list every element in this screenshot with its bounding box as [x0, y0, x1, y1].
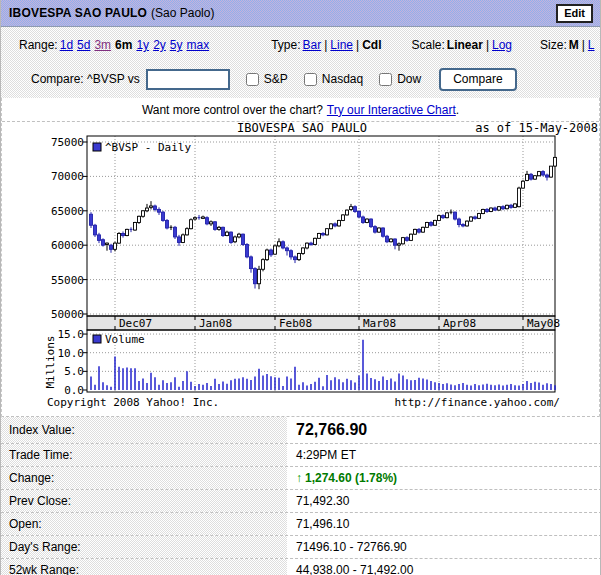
size-option-l[interactable]: L: [588, 38, 595, 52]
quote-row-day-s-range: Day's Range:71496.10 - 72766.90: [1, 536, 601, 559]
quote-table: Index Value:72,766.90Trade Time:4:29PM E…: [1, 417, 601, 575]
svg-text:55000: 55000: [51, 274, 84, 287]
finance-chart-widget: IBOVESPA SAO PAULO (Sao Paolo) Edit Rang…: [0, 0, 601, 575]
quote-value: ↑1,274.60 (1.78%): [287, 471, 601, 485]
volume-legend-swatch: [93, 335, 101, 343]
compare-option-dow: Dow: [379, 72, 421, 86]
svg-text:50000: 50000: [51, 308, 84, 321]
checkbox-label: S&P: [264, 72, 288, 86]
quote-label: Index Value:: [1, 417, 287, 443]
quote-row-52wk-range: 52wk Range:44,938.00 - 71,492.00: [1, 559, 601, 575]
quote-label: 52wk Range:: [1, 559, 287, 575]
quote-row-prev-close: Prev Close:71,492.30: [1, 490, 601, 513]
quote-row-trade-time: Trade Time:4:29PM ET: [1, 444, 601, 467]
chart-as-of: as of 15-May-2008: [475, 122, 598, 135]
compare-symbol-input[interactable]: [146, 69, 230, 90]
change-value: 1,274.60 (1.78%): [305, 471, 397, 485]
svg-text:Feb08: Feb08: [279, 317, 312, 330]
price-volume-chart: IBOVESPA SAO PAULOas of 15-May-200850000…: [2, 122, 601, 416]
type-option-bar[interactable]: Bar: [303, 38, 322, 52]
type-group: Type:Bar|Line|Cdl: [271, 38, 383, 52]
range-option-5d[interactable]: 5d: [77, 38, 90, 52]
svg-text:70000: 70000: [51, 170, 84, 183]
edit-button[interactable]: Edit: [556, 4, 593, 23]
size-group: Size:M|L: [540, 38, 597, 52]
svg-text:10.0: 10.0: [58, 347, 85, 360]
quote-value: 71496.10 - 72766.90: [287, 540, 601, 554]
quote-row-open: Open:71,496.10: [1, 513, 601, 536]
range-option-2y[interactable]: 2y: [153, 38, 166, 52]
page-subtitle: (Sao Paolo): [151, 6, 214, 20]
interactive-chart-banner: Want more control over the chart? Try ou…: [2, 98, 599, 122]
volume-legend-label: Volume: [105, 333, 145, 346]
type-option-cdl: Cdl: [362, 38, 381, 52]
axes: [83, 136, 555, 392]
quote-row-change: Change:↑1,274.60 (1.78%): [1, 467, 601, 490]
svg-text:Dec07: Dec07: [119, 317, 152, 330]
price-legend-swatch: [93, 143, 101, 151]
separator: |: [356, 38, 359, 52]
separator: |: [486, 38, 489, 52]
checkbox-nasdaq[interactable]: [304, 73, 317, 86]
svg-text:May08: May08: [527, 317, 560, 330]
chart-container: Want more control over the chart? Try ou…: [1, 98, 600, 417]
svg-text:Jan08: Jan08: [199, 317, 232, 330]
compare-row: Compare: ^BVSP vs S&PNasdaqDow Compare: [1, 61, 600, 97]
quote-value: 72,766.90: [287, 421, 601, 439]
range-option-1y[interactable]: 1y: [136, 38, 149, 52]
range-option-max[interactable]: max: [187, 38, 210, 52]
chart-title: IBOVESPA SAO PAULO: [237, 122, 367, 135]
quote-label: Prev Close:: [1, 490, 287, 512]
range-option-3m[interactable]: 3m: [94, 38, 111, 52]
chart-url: http://finance.yahoo.com/: [394, 396, 560, 409]
checkbox-label: Nasdaq: [322, 72, 363, 86]
chart-copyright: Copyright 2008 Yahoo! Inc.: [47, 396, 219, 409]
compare-button[interactable]: Compare: [439, 68, 516, 91]
quote-value: 71,492.30: [287, 494, 601, 508]
volume-axis-label: Millions: [44, 336, 57, 389]
volume-bars: [91, 340, 555, 390]
range-option-6m: 6m: [115, 38, 132, 52]
checkbox-label: Dow: [397, 72, 421, 86]
banner-text: Want more control over the chart?: [142, 103, 323, 117]
interactive-chart-link[interactable]: Try our Interactive Chart: [327, 103, 456, 117]
quote-row-index-value: Index Value:72,766.90: [1, 417, 601, 444]
compare-label: Compare: ^BVSP vs: [31, 72, 140, 86]
compare-option-nasdaq: Nasdaq: [304, 72, 363, 86]
chart-text: IBOVESPA SAO PAULOas of 15-May-200850000…: [44, 122, 598, 409]
range-option-1d[interactable]: 1d: [60, 38, 73, 52]
quote-value: 44,938.00 - 71,492.00: [287, 563, 601, 575]
svg-text:60000: 60000: [51, 239, 84, 252]
quote-label: Trade Time:: [1, 444, 287, 466]
type-option-line[interactable]: Line: [330, 38, 353, 52]
range-type-scale-size-row: Range:1d5d3m6m1y2y5ymaxType:Bar|Line|Cdl…: [1, 29, 600, 61]
size-option-m: M: [569, 38, 579, 52]
size-label: Size:: [540, 38, 567, 52]
checkbox-sp[interactable]: [246, 73, 259, 86]
svg-text:5.0: 5.0: [64, 365, 84, 378]
type-label: Type:: [271, 38, 300, 52]
price-legend-label: ^BVSP - Daily: [105, 141, 191, 154]
titlebar: IBOVESPA SAO PAULO (Sao Paolo) Edit: [1, 0, 600, 27]
separator: |: [582, 38, 585, 52]
quote-label: Open:: [1, 513, 287, 535]
up-arrow-icon: ↑: [296, 471, 302, 485]
chart-image-area: IBOVESPA SAO PAULOas of 15-May-200850000…: [2, 122, 599, 416]
range-option-5y[interactable]: 5y: [170, 38, 183, 52]
quote-value: 71,496.10: [287, 517, 601, 531]
scale-option-log[interactable]: Log: [492, 38, 512, 52]
quote-value: 4:29PM ET: [287, 448, 601, 462]
scale-label: Scale:: [412, 38, 445, 52]
separator: |: [324, 38, 327, 52]
scale-group: Scale:Linear|Log: [412, 38, 515, 52]
candles: [90, 157, 557, 289]
svg-text:75000: 75000: [51, 136, 84, 149]
gridlines: [87, 136, 555, 392]
range-group: Range:1d5d3m6m1y2y5ymax: [19, 38, 211, 52]
chart-toolbar: Range:1d5d3m6m1y2y5ymaxType:Bar|Line|Cdl…: [1, 27, 600, 98]
quote-label: Day's Range:: [1, 536, 287, 558]
compare-checkboxes: S&PNasdaqDow: [230, 72, 421, 86]
scale-option-linear: Linear: [447, 38, 483, 52]
page-title: IBOVESPA SAO PAULO: [9, 6, 147, 20]
checkbox-dow[interactable]: [379, 73, 392, 86]
